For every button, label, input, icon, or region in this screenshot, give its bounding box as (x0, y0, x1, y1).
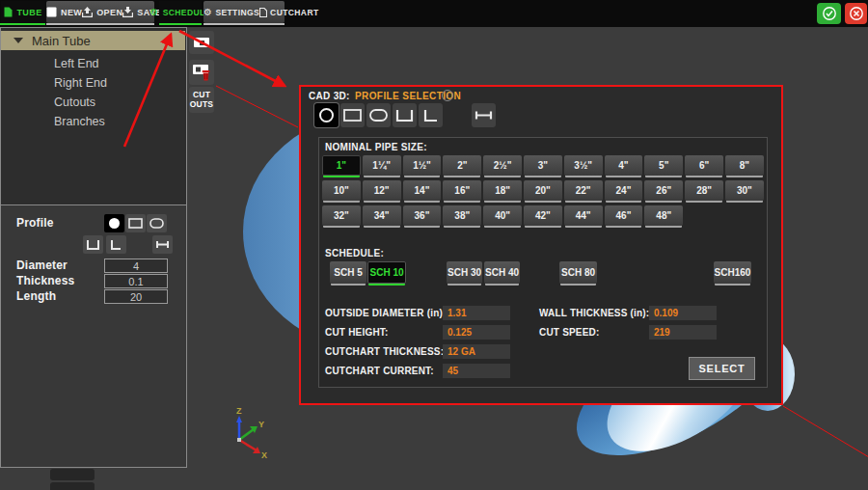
thickness-input[interactable] (104, 274, 168, 288)
oval-profile-icon (149, 218, 164, 229)
dialog-profile-oval-button[interactable] (366, 103, 391, 127)
tube-menu-label: TUBE (16, 8, 41, 17)
ibeam-profile-icon (475, 109, 493, 122)
pipe-size-button[interactable]: 34" (363, 205, 401, 226)
new-file-icon (46, 7, 57, 17)
info-icon[interactable]: i (442, 90, 453, 101)
pipe-size-button[interactable]: 1¼" (363, 155, 401, 176)
dialog-profile-rectangle-button[interactable] (340, 103, 365, 127)
y-axis-arrow (239, 429, 254, 440)
pipe-size-button[interactable]: 18" (483, 180, 522, 201)
cutouts-button[interactable]: CUT OUTS (189, 87, 214, 113)
profile-ibeam-button[interactable] (152, 235, 173, 254)
settings-button-group: ⚙ SETTINGS CUTCHART (203, 1, 285, 23)
schedule-button[interactable]: SCH 5 (330, 261, 366, 284)
diameter-input[interactable] (104, 259, 168, 273)
pipe-size-button[interactable]: 12" (363, 180, 401, 201)
tree-item-branches[interactable]: Branches (54, 112, 105, 131)
dialog-profile-round-button[interactable] (314, 103, 339, 127)
pipe-size-button[interactable]: 4" (605, 155, 643, 176)
pipe-size-button[interactable]: 2½" (483, 155, 522, 176)
tube-tree-panel: Main Tube Left End Right End Cutouts Bra… (0, 27, 187, 206)
pipe-size-button[interactable]: 2" (443, 155, 481, 176)
pipe-size-button[interactable]: 20" (524, 180, 562, 201)
pipe-size-button[interactable]: 30" (725, 180, 764, 201)
schedule-gear-icon: ⚙ (149, 8, 158, 17)
length-input[interactable] (104, 289, 168, 304)
schedule-button[interactable]: SCH 40 (484, 261, 520, 284)
pipe-size-row-3: 32" 34" 36" 38" 40" 42" 44" 46" 48" (322, 205, 683, 226)
pipe-size-button[interactable]: 3" (524, 155, 562, 176)
angle-profile-icon (423, 109, 439, 122)
dialog-profile-ibeam-button[interactable] (472, 103, 496, 127)
tube-menu-button[interactable]: TUBE (1, 1, 45, 23)
schedule-button[interactable]: SCH 30 (447, 261, 482, 284)
pipe-size-button[interactable]: 32" (322, 205, 361, 226)
profile-shape-row-1 (104, 214, 167, 232)
profile-u-channel-button[interactable] (83, 235, 103, 254)
profile-angle-button[interactable] (106, 235, 126, 254)
pipe-size-button[interactable]: 8" (725, 155, 764, 176)
add-cutout-button[interactable] (189, 31, 214, 54)
pipe-size-button[interactable]: 22" (564, 180, 603, 201)
delete-cutout-button[interactable] (189, 60, 214, 85)
open-button[interactable]: OPEN (82, 1, 122, 23)
rectangle-profile-icon (343, 109, 362, 122)
pipe-size-button[interactable]: 16" (443, 180, 481, 201)
pipe-size-button[interactable]: 6" (685, 155, 723, 176)
x-axis-arrow (239, 440, 257, 450)
profile-shape-row-2 (83, 235, 173, 254)
tree-item-left-end[interactable]: Left End (54, 54, 99, 73)
pipe-size-button[interactable]: 14" (403, 180, 442, 201)
settings-button[interactable]: ⚙ SETTINGS (203, 1, 259, 23)
pipe-size-button[interactable]: 3½" (564, 155, 603, 176)
pipe-size-button[interactable]: 42" (524, 205, 562, 226)
axis-y-label: Y (258, 420, 264, 429)
dialog-profile-angle-button[interactable] (419, 103, 443, 127)
pipe-size-button[interactable]: 26" (644, 180, 683, 201)
pipe-size-button[interactable]: 44" (564, 205, 603, 226)
pipe-size-button[interactable]: 48" (644, 205, 683, 226)
cutchart-thickness-label: CUTCHART THICKNESS: (325, 346, 444, 357)
schedule-button[interactable]: SCH160 (714, 261, 751, 284)
schedule-button[interactable]: ⚙ SCHEDULE (159, 1, 202, 23)
pipe-size-button[interactable]: 38" (443, 205, 481, 226)
pipe-size-row-1: 1" 1¼" 1½" 2" 2½" 3" 3½" 4" 5" 6" 8" (322, 155, 764, 176)
dialog-title: CAD 3D: (309, 91, 350, 101)
wall-thickness-label: WALL THICKNESS (in): (539, 308, 649, 318)
pipe-size-button[interactable]: 10" (322, 180, 361, 201)
pipe-size-button[interactable]: 5" (644, 155, 683, 176)
clipped-panel-row (50, 469, 95, 480)
profile-rectangle-button[interactable] (125, 214, 146, 232)
pipe-size-button[interactable]: 1½" (403, 155, 442, 176)
round-profile-icon (108, 217, 121, 230)
round-profile-icon (318, 107, 335, 123)
tree-item-right-end[interactable]: Right End (54, 73, 107, 93)
pipe-size-button[interactable]: 1" (322, 155, 361, 176)
new-button[interactable]: NEW (46, 1, 82, 23)
profile-round-button[interactable] (104, 214, 124, 232)
cancel-button[interactable] (845, 3, 867, 24)
select-button[interactable]: SELECT (689, 357, 755, 380)
schedule-button[interactable]: SCH 10 (367, 261, 406, 284)
pipe-size-button[interactable]: 36" (403, 205, 442, 226)
x-circle-icon (849, 6, 864, 21)
ibeam-profile-icon (155, 239, 170, 250)
confirm-button[interactable] (817, 3, 841, 24)
pipe-size-button[interactable]: 28" (685, 180, 723, 201)
cutchart-current-value: 45 (443, 364, 510, 378)
outside-diameter-value: 1.31 (443, 306, 510, 320)
u-channel-profile-icon (395, 109, 414, 122)
tree-item-main-tube[interactable]: Main Tube (1, 31, 185, 50)
dialog-profile-u-channel-button[interactable] (393, 103, 417, 127)
profile-oval-button[interactable] (147, 214, 167, 232)
cutchart-button-label: CUTCHART (270, 8, 318, 17)
main-toolbar: TUBE NEW OPEN SAVE ⚙ SCHEDULE (0, 0, 868, 27)
schedule-button[interactable]: SCH 80 (559, 261, 597, 284)
pipe-size-row-2: 10" 12" 14" 16" 18" 20" 22" 24" 26" 28" … (322, 180, 764, 201)
pipe-size-button[interactable]: 40" (483, 205, 522, 226)
cutchart-button[interactable]: CUTCHART (259, 1, 318, 23)
pipe-size-button[interactable]: 46" (605, 205, 643, 226)
tree-item-cutouts[interactable]: Cutouts (54, 93, 95, 112)
pipe-size-button[interactable]: 24" (605, 180, 643, 201)
